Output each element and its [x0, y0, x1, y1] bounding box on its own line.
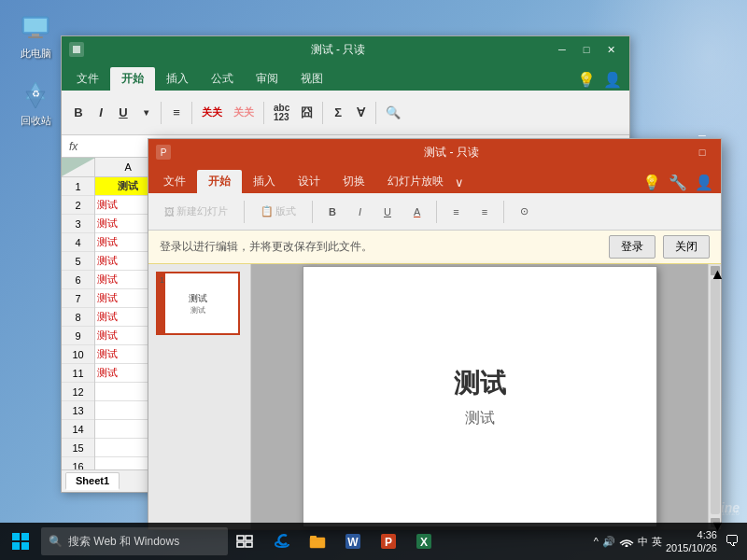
ppt-sep-4: [503, 201, 504, 223]
toolbar-sep-4: [322, 102, 323, 124]
excel-close-btn[interactable]: ✕: [599, 41, 622, 58]
ppt-tab-file[interactable]: 文件: [152, 170, 197, 193]
toolbar-sep-3: [263, 102, 264, 124]
taskbar-edge-btn[interactable]: [265, 525, 299, 558]
tray-network-icon[interactable]: [619, 534, 634, 549]
format-btn-1[interactable]: 关关: [198, 100, 226, 126]
excel-minimize-btn[interactable]: ─: [551, 41, 573, 58]
ppt-slides-panel: 1 测试 测试: [148, 264, 251, 529]
excel-user-icon[interactable]: 👤: [603, 71, 622, 89]
ppt-login-btn[interactable]: 登录: [609, 235, 655, 259]
cell-format-btn[interactable]: 囧: [297, 100, 317, 126]
ppt-fontcolor-btn[interactable]: A: [405, 203, 429, 220]
taskbar-excel-btn[interactable]: X: [407, 525, 441, 558]
bold-btn[interactable]: B: [69, 100, 88, 126]
svg-rect-9: [21, 533, 29, 540]
new-slide-btn[interactable]: 🖼 新建幻灯片: [156, 202, 236, 221]
powerpoint-window: P 测试 - 只读 ─ □ ✕ 文件 开始 插入 设计 切换 幻灯片放映 ∨ 💡…: [148, 138, 722, 530]
ppt-tools-icon[interactable]: 🔧: [669, 174, 687, 191]
ppt-maximize-btn[interactable]: □: [691, 144, 713, 161]
ppt-numbering-btn[interactable]: ≡: [473, 203, 496, 220]
row-hdr-3: 3: [62, 215, 94, 233]
svg-rect-12: [237, 536, 244, 540]
recycle-icon-label: 回收站: [21, 114, 51, 128]
ppt-sep-3: [436, 201, 437, 223]
ppt-scrollbar[interactable]: ▲ ▼: [708, 264, 721, 529]
ppt-notice-bar: 登录以进行编辑，并将更改保存到此文件。 登录 关闭: [148, 231, 721, 264]
ppt-tab-transitions[interactable]: 切换: [331, 170, 376, 193]
notifications-icon[interactable]: 🗨: [725, 533, 740, 550]
ppt-tab-home[interactable]: 开始: [197, 170, 242, 193]
slide-main-subtitle: 测试: [465, 409, 495, 428]
toolbar-sep-5: [375, 102, 376, 124]
row-hdr-5: 5: [62, 252, 94, 271]
excel-tab-insert[interactable]: 插入: [155, 67, 200, 91]
ppt-main-slide[interactable]: 测试 测试: [303, 266, 657, 527]
svg-rect-15: [246, 542, 252, 547]
tray-lang2-icon[interactable]: 英: [652, 535, 662, 549]
taskbar-word-btn[interactable]: W: [336, 525, 370, 558]
slide-number: 1: [160, 275, 164, 285]
taskbar-time[interactable]: 4:36 2015/10/26: [666, 528, 717, 555]
toolbar-sep-2: [191, 102, 192, 124]
layout-btn[interactable]: 📋 版式: [252, 202, 304, 221]
ppt-bullets-btn[interactable]: ≡: [444, 203, 467, 220]
slide-thumb-title: 测试: [189, 292, 207, 305]
ppt-user-icon[interactable]: 👤: [695, 174, 713, 191]
taskbar-explorer-btn[interactable]: [301, 525, 334, 558]
ppt-tab-slideshow[interactable]: 幻灯片放映: [376, 170, 455, 193]
svg-rect-3: [28, 36, 43, 38]
ppt-minimize-btn[interactable]: ─: [691, 127, 713, 144]
ppt-close-notice-btn[interactable]: 关闭: [663, 235, 710, 259]
excel-tab-file[interactable]: 文件: [65, 67, 110, 91]
italic-btn[interactable]: I: [92, 100, 110, 126]
tray-overflow-icon[interactable]: ^: [594, 536, 599, 547]
excel-maximize-btn[interactable]: □: [575, 41, 598, 58]
ppt-main-area: 测试 测试: [251, 264, 708, 529]
excel-titlebar: 测试 - 只读 ─ □ ✕: [62, 36, 629, 63]
tray-lang-icon[interactable]: 中: [638, 535, 648, 549]
ppt-tab-insert[interactable]: 插入: [242, 170, 287, 193]
ppt-underline-btn[interactable]: U: [375, 203, 400, 220]
align-btn[interactable]: ≡: [167, 100, 186, 126]
more-tabs-chevron[interactable]: ∨: [455, 175, 464, 193]
svg-text:W: W: [347, 536, 359, 549]
format-btn-2[interactable]: 关关: [230, 100, 258, 126]
excel-tab-formula[interactable]: 公式: [200, 67, 245, 91]
scroll-up-btn[interactable]: ▲: [711, 266, 720, 275]
task-view-btn[interactable]: [228, 525, 261, 558]
row-hdr-10: 10: [62, 345, 94, 364]
svg-rect-14: [237, 542, 244, 547]
ppt-shapes-btn[interactable]: ⊙: [512, 203, 537, 220]
ppt-lightbulb-icon[interactable]: 💡: [642, 174, 661, 191]
tray-volume-icon[interactable]: 🔊: [602, 536, 615, 548]
excel-lightbulb-icon[interactable]: 💡: [577, 71, 596, 89]
sort-btn[interactable]: ∀: [351, 100, 370, 126]
ppt-italic-btn[interactable]: I: [350, 203, 370, 220]
excel-tab-review[interactable]: 审阅: [245, 67, 289, 91]
ppt-tab-design[interactable]: 设计: [287, 170, 331, 193]
date-display: 2015/10/26: [666, 541, 717, 554]
sheet-tab-1[interactable]: Sheet1: [65, 472, 120, 490]
search-btn[interactable]: 🔍: [382, 100, 404, 126]
ppt-bold-btn[interactable]: B: [320, 203, 345, 220]
taskbar-powerpoint-btn[interactable]: P: [372, 525, 405, 558]
scroll-thumb[interactable]: [711, 279, 720, 514]
ppt-body: 1 测试 测试 测试 测试 ▲ ▼: [148, 264, 721, 529]
start-button[interactable]: [0, 523, 41, 560]
recycle-icon: ♻: [19, 78, 52, 112]
svg-point-24: [625, 545, 627, 548]
num-format-btn[interactable]: abc123: [270, 100, 293, 126]
sum-btn[interactable]: Σ: [329, 100, 347, 126]
underline-btn[interactable]: U: [114, 100, 133, 126]
slide-thumbnail-1[interactable]: 1 测试 测试: [156, 272, 240, 335]
svg-rect-17: [310, 536, 317, 539]
excel-tab-view[interactable]: 视图: [289, 67, 334, 91]
desktop-icon-computer[interactable]: 此电脑: [7, 7, 63, 64]
ppt-ribbon-icons: 💡 🔧 👤: [642, 174, 717, 193]
desktop-icon-recycle[interactable]: ♻ 回收站: [7, 75, 63, 132]
taskbar-search[interactable]: 🔍 搜索 Web 和 Windows: [41, 527, 228, 555]
underline-dropdown[interactable]: ▾: [136, 100, 155, 126]
excel-tab-home[interactable]: 开始: [110, 67, 155, 91]
svg-rect-11: [21, 542, 29, 550]
